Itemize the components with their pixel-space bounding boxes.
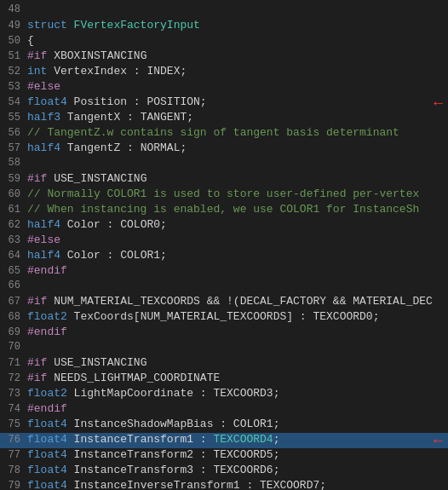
line-content: float4 InstanceInverseTransform1 : TEXCO… [27, 479, 445, 490]
line-number: 62 [3, 219, 27, 231]
line-content: #if XBOXINSTANCING [27, 49, 445, 62]
line-number: 50 [3, 35, 27, 47]
code-editor: 4849struct FVertexFactoryInput50{51#if X… [0, 0, 448, 490]
line-number: 57 [3, 142, 27, 154]
code-line: 55 half3 TangentX : TANGENT; [0, 111, 448, 126]
line-number: 73 [3, 388, 27, 400]
line-number: 60 [3, 188, 27, 200]
code-line: 68 float2 TexCoords[NUM_MATERIAL_TEXCOOR… [0, 310, 448, 326]
code-line: 67#if NUM_MATERIAL_TEXCOORDS && !(DECAL_… [0, 295, 448, 310]
line-content: #if NEEDS_LIGHTMAP_COORDINATE [27, 372, 445, 384]
line-number: 48 [3, 3, 27, 15]
line-content: half3 TangentX : TANGENT; [27, 111, 445, 124]
code-line: 76 float4 InstanceTransform1 : TEXCOORD4… [0, 433, 448, 448]
line-content: #endif [27, 264, 445, 277]
line-content: { [27, 34, 445, 47]
code-line: 61 // When instancing is enabled, we use… [0, 203, 448, 218]
code-line: 73 float2 LightMapCoordinate : TEXCOORD3… [0, 387, 448, 402]
line-content: int VertexIndex : INDEX; [27, 65, 445, 78]
line-content: #else [27, 233, 445, 246]
line-number: 70 [3, 341, 27, 353]
code-line: 72 #if NEEDS_LIGHTMAP_COORDINATE [0, 372, 448, 387]
line-number: 51 [3, 50, 27, 62]
line-number: 77 [3, 449, 27, 461]
line-number: 74 [3, 403, 27, 415]
code-line: 64 half4 Color : COLOR1; [0, 249, 448, 264]
line-content: float4 InstanceTransform3 : TEXCOORD6; [27, 464, 445, 476]
code-line: 75 float4 InstanceShadowMapBias : COLOR1… [0, 418, 448, 433]
code-line: 65#endif [0, 264, 448, 280]
line-number: 61 [3, 204, 27, 216]
line-content: float4 Position : POSITION;← [27, 95, 445, 108]
code-line: 54 float4 Position : POSITION;← [0, 95, 448, 111]
code-line: 77 float4 InstanceTransform2 : TEXCOORD5… [0, 448, 448, 464]
line-content: #endif [27, 402, 445, 415]
line-content: float4 InstanceTransform1 : TEXCOORD4;← [27, 433, 445, 446]
code-line: 60 // Normally COLOR1 is used to store u… [0, 187, 448, 203]
code-line: 59#if USE_INSTANCING [0, 172, 448, 187]
line-number: 52 [3, 66, 27, 78]
line-number: 78 [3, 464, 27, 476]
code-line: 52 int VertexIndex : INDEX; [0, 65, 448, 80]
code-line: 53#else [0, 80, 448, 95]
line-number: 79 [3, 480, 27, 490]
line-content: // When instancing is enabled, we use CO… [27, 203, 445, 216]
line-content: #if NUM_MATERIAL_TEXCOORDS && !(DECAL_FA… [27, 295, 445, 308]
line-number: 69 [3, 326, 27, 338]
line-content: struct FVertexFactoryInput [27, 19, 445, 32]
line-number: 67 [3, 296, 27, 308]
line-content: // Normally COLOR1 is used to store user… [27, 187, 445, 200]
line-number: 54 [3, 96, 27, 108]
code-line: 49struct FVertexFactoryInput [0, 19, 448, 34]
line-content: float4 InstanceShadowMapBias : COLOR1; [27, 418, 445, 430]
code-line: 63#else [0, 233, 448, 249]
line-content: // TangentZ.w contains sign of tangent b… [27, 126, 445, 139]
code-line: 50{ [0, 34, 448, 49]
code-line: 57 half4 TangentZ : NORMAL; [0, 141, 448, 157]
line-number: 75 [3, 418, 27, 430]
arrow-indicator: ← [434, 432, 443, 449]
line-number: 59 [3, 173, 27, 185]
line-content: #if USE_INSTANCING [27, 356, 445, 369]
line-content: half4 TangentZ : NORMAL; [27, 141, 445, 154]
code-line: 62 half4 Color : COLOR0; [0, 218, 448, 233]
code-line: 79 float4 InstanceInverseTransform1 : TE… [0, 479, 448, 490]
line-number: 72 [3, 372, 27, 384]
line-number: 53 [3, 81, 27, 93]
code-line: 48 [0, 3, 448, 19]
code-line: 70 [0, 341, 448, 356]
line-number: 71 [3, 357, 27, 369]
code-line: 66 [0, 280, 448, 295]
code-line: 74 #endif [0, 402, 448, 418]
code-line: 71#if USE_INSTANCING [0, 356, 448, 372]
line-content: #endif [27, 326, 445, 338]
line-number: 66 [3, 280, 27, 291]
line-number: 55 [3, 112, 27, 124]
code-line: 78 float4 InstanceTransform3 : TEXCOORD6… [0, 464, 448, 479]
arrow-indicator: ← [434, 95, 443, 112]
line-content: #else [27, 80, 445, 93]
line-content: float2 LightMapCoordinate : TEXCOORD3; [27, 387, 445, 400]
line-content: float4 InstanceTransform2 : TEXCOORD5; [27, 448, 445, 461]
line-number: 63 [3, 234, 27, 246]
code-line: 58 [0, 157, 448, 172]
line-number: 58 [3, 157, 27, 169]
line-number: 65 [3, 265, 27, 277]
line-content: float2 TexCoords[NUM_MATERIAL_TEXCOORDS]… [27, 310, 445, 323]
line-content: #if USE_INSTANCING [27, 172, 445, 185]
line-content: half4 Color : COLOR1; [27, 249, 445, 262]
line-number: 49 [3, 20, 27, 32]
line-number: 76 [3, 434, 27, 446]
code-line: 51#if XBOXINSTANCING [0, 49, 448, 65]
line-content: half4 Color : COLOR0; [27, 218, 445, 231]
line-number: 68 [3, 311, 27, 323]
line-number: 64 [3, 250, 27, 262]
code-line: 69#endif [0, 326, 448, 341]
line-number: 56 [3, 127, 27, 139]
code-line: 56 // TangentZ.w contains sign of tangen… [0, 126, 448, 141]
